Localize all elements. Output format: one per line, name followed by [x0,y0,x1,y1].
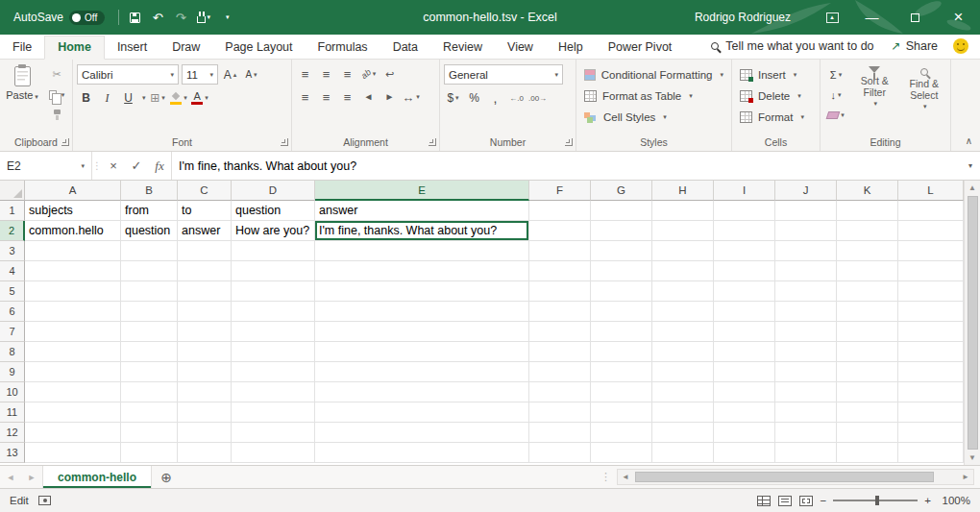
fill-button[interactable]: ↓▾ [824,85,847,104]
decrease-font-button[interactable]: A▾ [242,65,260,85]
caret-down-icon[interactable]: ▾ [142,94,146,102]
increase-indent-button[interactable]: ► [380,87,399,107]
cell-E11[interactable] [315,402,529,423]
cell-B11[interactable] [121,402,178,423]
cell-J3[interactable] [775,241,837,261]
fill-color-button[interactable]: ▾ [170,88,188,108]
redo-button[interactable]: ↷ [169,4,192,31]
cell-K11[interactable] [837,402,898,423]
zoom-out-button[interactable]: − [821,495,827,506]
row-header-7[interactable]: 7 [0,322,25,342]
row-header-1[interactable]: 1 [0,201,25,221]
cell-L2[interactable] [898,221,964,241]
row-header-12[interactable]: 12 [0,423,25,443]
cell-C3[interactable] [178,241,232,261]
row-header-8[interactable]: 8 [0,342,25,362]
tab-power-pivot[interactable]: Power Pivot [596,37,685,59]
zoom-percentage[interactable]: 100% [938,495,970,506]
cell-B13[interactable] [121,443,178,463]
cell-A6[interactable] [25,302,121,322]
bottom-align-button[interactable]: ≡ [338,64,356,84]
cell-F7[interactable] [529,322,591,342]
row-header-5[interactable]: 5 [0,281,25,302]
cell-G12[interactable] [591,423,652,443]
horizontal-scroll-thumb[interactable] [635,472,934,482]
cell-C12[interactable] [178,423,232,443]
cell-I12[interactable] [714,423,775,443]
top-align-button[interactable]: ≡ [296,64,314,84]
number-format-combo[interactable]: General▾ [444,64,563,85]
cell-I9[interactable] [714,362,775,382]
clear-button[interactable]: ▾ [824,106,847,124]
cell-J7[interactable] [775,322,837,342]
column-header-L[interactable]: L [898,181,964,201]
merge-center-button[interactable]: ↔▾ [402,87,420,107]
cell-K8[interactable] [837,342,898,362]
cell-I2[interactable] [714,221,775,241]
row-header-13[interactable]: 13 [0,443,25,463]
decrease-decimal-button[interactable]: .00→ [528,88,547,108]
cell-H7[interactable] [652,322,714,342]
sheet-bar-grip[interactable]: ⋮ [595,466,617,488]
cell-G11[interactable] [591,402,652,423]
cell-C5[interactable] [178,281,232,302]
cell-I8[interactable] [714,342,775,362]
cell-I6[interactable] [714,302,775,322]
cell-I5[interactable] [714,281,775,302]
cell-K2[interactable] [837,221,898,241]
cell-I11[interactable] [714,402,775,423]
tab-page-layout[interactable]: Page Layout [212,37,305,59]
tab-view[interactable]: View [495,37,546,59]
cell-F11[interactable] [529,402,591,423]
cell-L4[interactable] [898,261,964,281]
horizontal-scrollbar[interactable]: ◄ ► [617,469,974,485]
cell-B1[interactable]: from [121,201,178,221]
decrease-indent-button[interactable]: ◄ [359,87,378,107]
cell-J11[interactable] [775,402,837,423]
cell-D2[interactable]: How are you? [232,221,315,241]
column-header-I[interactable]: I [714,181,775,201]
cell-F8[interactable] [529,342,591,362]
cell-C11[interactable] [178,402,232,423]
cell-H4[interactable] [652,261,714,281]
cell-E2[interactable]: I'm fine, thanks. What about you? [315,221,529,241]
row-header-11[interactable]: 11 [0,402,25,423]
cell-H10[interactable] [652,382,714,402]
cut-button[interactable]: ✂ [45,65,68,84]
column-header-B[interactable]: B [121,181,178,201]
cell-J12[interactable] [775,423,837,443]
alignment-dialog-launcher[interactable] [429,138,436,146]
cell-B3[interactable] [121,241,178,261]
cell-D1[interactable]: question [232,201,315,221]
cell-H11[interactable] [652,402,714,423]
font-dialog-launcher[interactable] [281,138,288,146]
cell-H5[interactable] [652,281,714,302]
cell-A11[interactable] [25,402,121,423]
cell-B4[interactable] [121,261,178,281]
maximize-button[interactable] [894,0,937,35]
cell-A1[interactable]: subjects [25,201,121,221]
cell-G10[interactable] [591,382,652,402]
cell-L13[interactable] [898,443,964,463]
cell-B2[interactable]: question [121,221,178,241]
column-header-C[interactable]: C [178,181,232,201]
cell-K12[interactable] [837,423,898,443]
cell-D12[interactable] [232,423,315,443]
cell-I10[interactable] [714,382,775,402]
tell-me-search[interactable]: Tell me what you want to do [711,39,873,59]
cell-F1[interactable] [529,201,591,221]
cell-G1[interactable] [591,201,652,221]
italic-button[interactable]: I [98,88,116,108]
column-header-A[interactable]: A [25,181,121,201]
cell-J9[interactable] [775,362,837,382]
horizontal-scroll-track[interactable] [633,470,958,484]
tab-help[interactable]: Help [546,37,596,59]
zoom-in-button[interactable]: + [924,495,931,506]
cell-J6[interactable] [775,302,837,322]
cell-C1[interactable]: to [178,201,232,221]
cell-E3[interactable] [315,241,529,261]
cell-H9[interactable] [652,362,714,382]
cell-H3[interactable] [652,241,714,261]
cell-G6[interactable] [591,302,652,322]
cell-A8[interactable] [25,342,121,362]
